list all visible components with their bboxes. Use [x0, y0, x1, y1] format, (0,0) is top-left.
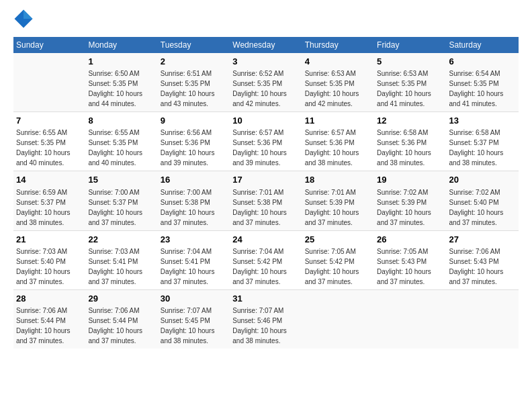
- day-number: 3: [232, 56, 299, 68]
- sunset-text: Sunset: 5:43 PM: [449, 257, 516, 267]
- sunrise-text: Sunrise: 7:01 AM: [305, 187, 371, 197]
- sunset-text: Sunset: 5:44 PM: [16, 316, 83, 326]
- sunset-text: Sunset: 5:35 PM: [88, 79, 154, 89]
- calendar-cell: 9Sunrise: 6:56 AMSunset: 5:36 PMDaylight…: [158, 112, 230, 171]
- day-number: 15: [88, 174, 154, 186]
- daylight-text: Daylight: 10 hoursand 40 minutes.: [88, 148, 154, 168]
- sunset-text: Sunset: 5:36 PM: [305, 138, 371, 148]
- calendar-week-row: 21Sunrise: 7:03 AMSunset: 5:40 PMDayligh…: [13, 230, 519, 289]
- day-number: 12: [377, 115, 443, 127]
- calendar-cell: [13, 53, 85, 112]
- calendar-table: SundayMondayTuesdayWednesdayThursdayFrid…: [13, 37, 519, 349]
- weekday-header: Monday: [85, 37, 157, 53]
- day-info: Sunrise: 6:58 AMSunset: 5:37 PMDaylight:…: [449, 128, 516, 168]
- sunrise-text: Sunrise: 7:00 AM: [88, 187, 154, 197]
- sunrise-text: Sunrise: 7:07 AM: [161, 306, 227, 316]
- calendar-cell: 1Sunrise: 6:50 AMSunset: 5:35 PMDaylight…: [85, 53, 157, 112]
- day-number: 2: [161, 56, 227, 68]
- sunset-text: Sunset: 5:36 PM: [232, 138, 299, 148]
- sunrise-text: Sunrise: 7:00 AM: [161, 187, 227, 197]
- daylight-text: Daylight: 10 hoursand 41 minutes.: [449, 89, 516, 109]
- day-info: Sunrise: 7:03 AMSunset: 5:40 PMDaylight:…: [16, 246, 83, 287]
- calendar-cell: 8Sunrise: 6:55 AMSunset: 5:35 PMDaylight…: [85, 112, 157, 171]
- calendar-cell: [447, 289, 519, 349]
- day-info: Sunrise: 7:00 AMSunset: 5:38 PMDaylight:…: [161, 187, 227, 228]
- sunset-text: Sunset: 5:38 PM: [161, 197, 227, 208]
- svg-marker-1: [24, 10, 33, 19]
- sunset-text: Sunset: 5:40 PM: [449, 197, 516, 208]
- sunrise-text: Sunrise: 7:03 AM: [16, 246, 83, 257]
- weekday-header: Wednesday: [230, 37, 302, 53]
- sunset-text: Sunset: 5:36 PM: [377, 138, 443, 148]
- sunrise-text: Sunrise: 6:55 AM: [88, 128, 154, 138]
- day-info: Sunrise: 6:55 AMSunset: 5:35 PMDaylight:…: [88, 128, 154, 168]
- daylight-text: Daylight: 10 hoursand 38 minutes.: [16, 208, 83, 228]
- sunrise-text: Sunrise: 6:51 AM: [161, 68, 227, 79]
- page: SundayMondayTuesdayWednesdayThursdayFrid…: [0, 0, 532, 411]
- day-info: Sunrise: 7:05 AMSunset: 5:42 PMDaylight:…: [305, 246, 371, 287]
- day-info: Sunrise: 7:04 AMSunset: 5:42 PMDaylight:…: [232, 246, 299, 287]
- calendar-cell: 6Sunrise: 6:54 AMSunset: 5:35 PMDaylight…: [447, 53, 519, 112]
- day-info: Sunrise: 7:02 AMSunset: 5:39 PMDaylight:…: [377, 187, 443, 228]
- daylight-text: Daylight: 10 hoursand 37 minutes.: [88, 267, 154, 287]
- day-number: 16: [161, 174, 227, 186]
- calendar-cell: 2Sunrise: 6:51 AMSunset: 5:35 PMDaylight…: [158, 53, 230, 112]
- sunrise-text: Sunrise: 6:50 AM: [88, 68, 154, 79]
- sunset-text: Sunset: 5:45 PM: [161, 316, 227, 326]
- day-number: 4: [305, 56, 371, 68]
- sunset-text: Sunset: 5:37 PM: [16, 197, 83, 208]
- calendar-cell: 22Sunrise: 7:03 AMSunset: 5:41 PMDayligh…: [85, 230, 157, 289]
- day-number: 28: [16, 293, 83, 305]
- day-info: Sunrise: 6:52 AMSunset: 5:35 PMDaylight:…: [232, 68, 299, 109]
- sunrise-text: Sunrise: 6:56 AM: [161, 128, 227, 138]
- day-info: Sunrise: 6:56 AMSunset: 5:36 PMDaylight:…: [161, 128, 227, 168]
- sunset-text: Sunset: 5:46 PM: [232, 316, 299, 326]
- sunrise-text: Sunrise: 6:58 AM: [377, 128, 443, 138]
- sunset-text: Sunset: 5:35 PM: [377, 79, 443, 89]
- daylight-text: Daylight: 10 hoursand 37 minutes.: [449, 208, 516, 228]
- day-number: 31: [232, 293, 299, 305]
- calendar-cell: 16Sunrise: 7:00 AMSunset: 5:38 PMDayligh…: [158, 171, 230, 230]
- day-info: Sunrise: 6:55 AMSunset: 5:35 PMDaylight:…: [16, 128, 83, 168]
- sunset-text: Sunset: 5:35 PM: [88, 138, 154, 148]
- day-number: 14: [16, 174, 83, 186]
- day-info: Sunrise: 6:53 AMSunset: 5:35 PMDaylight:…: [305, 68, 371, 109]
- calendar-cell: 3Sunrise: 6:52 AMSunset: 5:35 PMDaylight…: [230, 53, 302, 112]
- calendar-cell: 25Sunrise: 7:05 AMSunset: 5:42 PMDayligh…: [302, 230, 374, 289]
- sunrise-text: Sunrise: 7:07 AM: [232, 306, 299, 316]
- day-info: Sunrise: 6:53 AMSunset: 5:35 PMDaylight:…: [377, 68, 443, 109]
- daylight-text: Daylight: 10 hoursand 37 minutes.: [377, 208, 443, 228]
- day-number: 13: [449, 115, 516, 127]
- day-number: 7: [16, 115, 83, 127]
- day-number: 18: [305, 174, 371, 186]
- daylight-text: Daylight: 10 hoursand 42 minutes.: [305, 89, 371, 109]
- logo: [13, 10, 37, 30]
- day-info: Sunrise: 7:00 AMSunset: 5:37 PMDaylight:…: [88, 187, 154, 228]
- sunrise-text: Sunrise: 7:04 AM: [161, 246, 227, 257]
- calendar-cell: 29Sunrise: 7:06 AMSunset: 5:44 PMDayligh…: [85, 289, 157, 349]
- weekday-header: Saturday: [447, 37, 519, 53]
- sunrise-text: Sunrise: 7:04 AM: [232, 246, 299, 257]
- calendar-cell: 15Sunrise: 7:00 AMSunset: 5:37 PMDayligh…: [85, 171, 157, 230]
- logo-icon: [13, 9, 34, 29]
- sunset-text: Sunset: 5:41 PM: [161, 257, 227, 267]
- calendar-cell: 20Sunrise: 7:02 AMSunset: 5:40 PMDayligh…: [447, 171, 519, 230]
- calendar-week-row: 1Sunrise: 6:50 AMSunset: 5:35 PMDaylight…: [13, 53, 519, 112]
- day-info: Sunrise: 7:07 AMSunset: 5:46 PMDaylight:…: [232, 306, 299, 346]
- day-info: Sunrise: 7:06 AMSunset: 5:44 PMDaylight:…: [16, 306, 83, 346]
- calendar-week-row: 7Sunrise: 6:55 AMSunset: 5:35 PMDaylight…: [13, 112, 519, 171]
- weekday-header: Tuesday: [158, 37, 230, 53]
- day-info: Sunrise: 7:03 AMSunset: 5:41 PMDaylight:…: [88, 246, 154, 287]
- calendar-cell: 26Sunrise: 7:05 AMSunset: 5:43 PMDayligh…: [374, 230, 446, 289]
- sunset-text: Sunset: 5:35 PM: [305, 79, 371, 89]
- day-number: 20: [449, 174, 516, 186]
- day-number: 19: [377, 174, 443, 186]
- sunset-text: Sunset: 5:38 PM: [232, 197, 299, 208]
- calendar-cell: 19Sunrise: 7:02 AMSunset: 5:39 PMDayligh…: [374, 171, 446, 230]
- daylight-text: Daylight: 10 hoursand 39 minutes.: [232, 148, 299, 168]
- day-number: 26: [377, 234, 443, 246]
- sunset-text: Sunset: 5:40 PM: [16, 257, 83, 267]
- daylight-text: Daylight: 10 hoursand 38 minutes.: [449, 148, 516, 168]
- sunrise-text: Sunrise: 6:57 AM: [232, 128, 299, 138]
- sunrise-text: Sunrise: 7:05 AM: [377, 246, 443, 257]
